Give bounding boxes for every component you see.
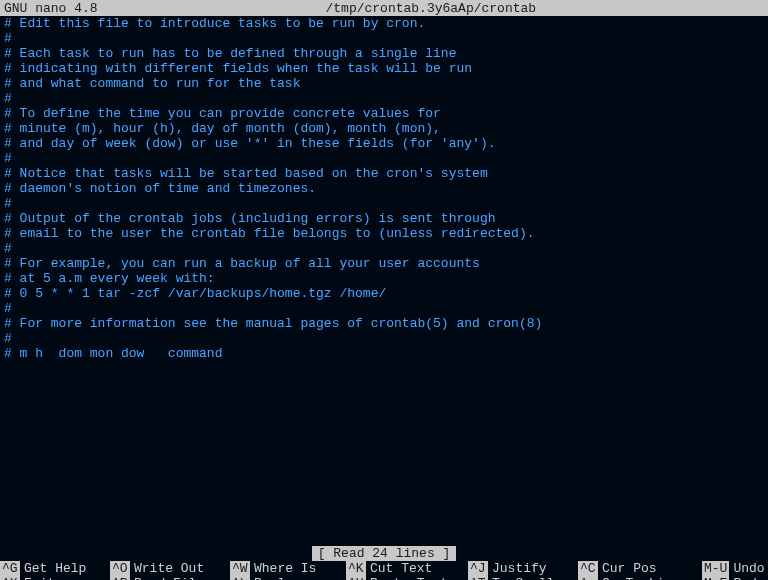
shortcut-key: ^_: [578, 576, 598, 580]
shortcut-replace[interactable]: ^\Replace: [230, 576, 346, 580]
shortcut-key: ^U: [346, 576, 366, 580]
editor-line[interactable]: #: [4, 91, 764, 106]
shortcut-where-is[interactable]: ^WWhere Is: [230, 561, 346, 576]
shortcut-label: Read File: [134, 576, 204, 580]
editor-line[interactable]: # daemon's notion of time and timezones.: [4, 181, 764, 196]
line-text: # daemon's notion of time and timezones.: [4, 181, 316, 196]
editor-line[interactable]: # Edit this file to introduce tasks to b…: [4, 16, 764, 31]
shortcut-key: ^G: [0, 561, 20, 576]
shortcut-key: ^R: [110, 576, 130, 580]
line-text: # Each task to run has to be defined thr…: [4, 46, 456, 61]
shortcut-label: Get Help: [24, 561, 86, 576]
shortcut-key: M-E: [702, 576, 729, 580]
editor-line[interactable]: # email to the user the crontab file bel…: [4, 226, 764, 241]
line-text: # indicating with different fields when …: [4, 61, 472, 76]
line-text: # Output of the crontab jobs (including …: [4, 211, 495, 226]
shortcut-key: ^X: [0, 576, 20, 580]
shortcut-read-file[interactable]: ^RRead File: [110, 576, 230, 580]
shortcut-label: Undo: [733, 561, 764, 576]
line-text: # Notice that tasks will be started base…: [4, 166, 488, 181]
shortcut-exit[interactable]: ^XExit: [0, 576, 110, 580]
editor-line[interactable]: # m h dom mon dow command: [4, 346, 764, 361]
shortcut-get-help[interactable]: ^GGet Help: [0, 561, 110, 576]
shortcut-justify[interactable]: ^JJustify: [468, 561, 578, 576]
shortcut-label: Justify: [492, 561, 547, 576]
file-path: /tmp/crontab.3y6aAp/crontab: [98, 1, 764, 16]
line-text: #: [4, 31, 12, 46]
editor-line[interactable]: #: [4, 241, 764, 256]
shortcut-redo[interactable]: M-ERedo: [702, 576, 768, 580]
editor-line[interactable]: # and day of week (dow) or use '*' in th…: [4, 136, 764, 151]
line-text: # 0 5 * * 1 tar -zcf /var/backups/home.t…: [4, 286, 386, 301]
editor-line[interactable]: #: [4, 31, 764, 46]
line-text: #: [4, 301, 12, 316]
shortcut-label: Replace: [254, 576, 309, 580]
editor-line[interactable]: # For example, you can run a backup of a…: [4, 256, 764, 271]
shortcut-key: ^W: [230, 561, 250, 576]
editor-line[interactable]: # To define the time you can provide con…: [4, 106, 764, 121]
shortcut-label: Go To Line: [602, 576, 680, 580]
editor-line[interactable]: # Output of the crontab jobs (including …: [4, 211, 764, 226]
shortcut-key: ^\: [230, 576, 250, 580]
line-text: # Edit this file to introduce tasks to b…: [4, 16, 425, 31]
line-text: # at 5 a.m every week with:: [4, 271, 215, 286]
line-text: # minute (m), hour (h), day of month (do…: [4, 121, 441, 136]
shortcut-bar: ^GGet Help^OWrite Out^WWhere Is^KCut Tex…: [0, 561, 768, 580]
shortcut-key: ^O: [110, 561, 130, 576]
editor-line[interactable]: # 0 5 * * 1 tar -zcf /var/backups/home.t…: [4, 286, 764, 301]
editor-line[interactable]: #: [4, 331, 764, 346]
shortcut-label: Exit: [24, 576, 55, 580]
shortcut-to-spell[interactable]: ^TTo Spell: [468, 576, 578, 580]
line-text: # To define the time you can provide con…: [4, 106, 441, 121]
shortcut-key: M-U: [702, 561, 729, 576]
line-text: #: [4, 196, 12, 211]
shortcut-label: Redo: [733, 576, 764, 580]
editor-line[interactable]: #: [4, 151, 764, 166]
shortcut-label: To Spell: [492, 576, 554, 580]
shortcut-write-out[interactable]: ^OWrite Out: [110, 561, 230, 576]
editor-line[interactable]: # For more information see the manual pa…: [4, 316, 764, 331]
editor-line[interactable]: # Each task to run has to be defined thr…: [4, 46, 764, 61]
shortcut-cut-text[interactable]: ^KCut Text: [346, 561, 468, 576]
status-bar: [ Read 24 lines ]: [0, 546, 768, 561]
status-message: [ Read 24 lines ]: [312, 546, 457, 561]
shortcut-cur-pos[interactable]: ^CCur Pos: [578, 561, 702, 576]
line-text: # and day of week (dow) or use '*' in th…: [4, 136, 495, 151]
shortcut-key: ^J: [468, 561, 488, 576]
shortcut-undo[interactable]: M-UUndo: [702, 561, 768, 576]
editor-line[interactable]: # indicating with different fields when …: [4, 61, 764, 76]
editor-line[interactable]: #: [4, 301, 764, 316]
shortcut-key: ^K: [346, 561, 366, 576]
shortcut-label: Where Is: [254, 561, 316, 576]
line-text: #: [4, 91, 12, 106]
editor-line[interactable]: # and what command to run for the task: [4, 76, 764, 91]
line-text: # m h dom mon dow command: [4, 346, 222, 361]
editor-area[interactable]: # Edit this file to introduce tasks to b…: [0, 16, 768, 546]
shortcut-key: ^C: [578, 561, 598, 576]
line-text: # For more information see the manual pa…: [4, 316, 542, 331]
editor-line[interactable]: #: [4, 196, 764, 211]
shortcut-label: Cur Pos: [602, 561, 657, 576]
editor-line[interactable]: # at 5 a.m every week with:: [4, 271, 764, 286]
line-text: # and what command to run for the task: [4, 76, 300, 91]
shortcut-go-to-line[interactable]: ^_Go To Line: [578, 576, 702, 580]
app-name: GNU nano 4.8: [4, 1, 98, 16]
title-bar: GNU nano 4.8 /tmp/crontab.3y6aAp/crontab: [0, 0, 768, 16]
shortcut-paste-text[interactable]: ^UPaste Text: [346, 576, 468, 580]
shortcut-label: Write Out: [134, 561, 204, 576]
editor-line[interactable]: # Notice that tasks will be started base…: [4, 166, 764, 181]
shortcut-label: Paste Text: [370, 576, 448, 580]
line-text: # email to the user the crontab file bel…: [4, 226, 535, 241]
line-text: #: [4, 331, 12, 346]
line-text: #: [4, 241, 12, 256]
line-text: #: [4, 151, 12, 166]
shortcut-key: ^T: [468, 576, 488, 580]
editor-line[interactable]: # minute (m), hour (h), day of month (do…: [4, 121, 764, 136]
line-text: # For example, you can run a backup of a…: [4, 256, 480, 271]
shortcut-label: Cut Text: [370, 561, 432, 576]
